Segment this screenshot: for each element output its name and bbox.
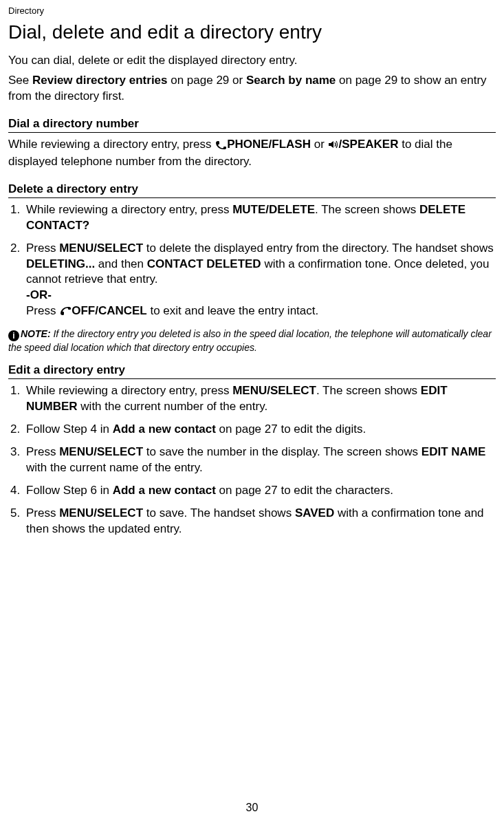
breadcrumb: Directory — [8, 6, 496, 16]
delete-li2-a: Press — [26, 242, 59, 255]
cancel-label: /CANCEL — [95, 304, 147, 317]
edit-heading: Edit a directory entry — [8, 363, 496, 379]
edit-li4-a: Follow Step 6 in — [26, 484, 113, 497]
edit-list: While reviewing a directory entry, press… — [8, 383, 496, 537]
page-number: 30 — [0, 802, 504, 814]
edit-li3-a: Press — [26, 445, 59, 458]
delete-list: While reviewing a directory entry, press… — [8, 202, 496, 321]
intro-text: You can dial, delete or edit the display… — [8, 53, 496, 69]
edit-li3-b: to save the number in the display. The s… — [143, 445, 421, 458]
edit-li4-c: on page 27 to edit the characters. — [216, 484, 393, 497]
note-block: iNOTE: If the directory entry you delete… — [8, 328, 496, 354]
off-icon — [59, 305, 72, 321]
edit-li1-b: . The screen shows — [316, 384, 421, 397]
phone-label: PHONE/ — [227, 138, 272, 151]
list-item: While reviewing a directory entry, press… — [23, 202, 496, 234]
edit-li5-a: Press — [26, 506, 59, 519]
add-contact-link: Add a new contact — [113, 484, 216, 497]
off-label: OFF — [72, 304, 95, 317]
flash-label: FLASH — [272, 138, 311, 151]
delete-li1-a: While reviewing a directory entry, press — [26, 203, 232, 216]
edit-li1-a: While reviewing a directory entry, press — [26, 384, 232, 397]
list-item: Follow Step 4 in Add a new contact on pa… — [23, 422, 496, 438]
speaker-icon — [328, 138, 339, 154]
edit-li2-c: on page 27 to edit the digits. — [216, 422, 366, 436]
edit-name-label: EDIT NAME — [421, 445, 486, 458]
saved-label: SAVED — [295, 506, 334, 519]
edit-li5-b: to save. The handset shows — [143, 506, 295, 519]
note-text: If the directory entry you deleted is al… — [8, 328, 492, 353]
delete-li2-d: and then — [95, 257, 147, 270]
delete-heading: Delete a directory entry — [8, 182, 496, 198]
note-label: NOTE: — [21, 328, 51, 339]
delete-li2-b: to delete the displayed entry from the d… — [143, 242, 494, 255]
dial-heading: Dial a directory number — [8, 117, 496, 133]
delete-label: /DELETE — [265, 203, 315, 216]
list-item: Press MENU/SELECT to delete the displaye… — [23, 241, 496, 321]
or-label: -OR- — [26, 288, 52, 301]
add-contact-link: Add a new contact — [113, 422, 216, 436]
dial-text-a: While reviewing a directory entry, press — [8, 138, 215, 151]
phone-icon — [215, 138, 227, 154]
list-item: While reviewing a directory entry, press… — [23, 383, 496, 415]
dial-text-or: or — [311, 138, 328, 151]
see-link-review: Review directory entries — [32, 74, 168, 87]
delete-li2-h: to exit and leave the entry intact. — [147, 304, 318, 317]
see-prefix: See — [8, 74, 32, 87]
deleting-label: DELETING... — [26, 257, 95, 270]
select-label: /SELECT — [94, 506, 143, 519]
page-title: Dial, delete and edit a directory entry — [8, 21, 496, 43]
contact-deleted-label: CONTACT DELETED — [147, 257, 261, 270]
select-label: /SELECT — [94, 242, 143, 255]
list-item: Press MENU/SELECT to save the number in … — [23, 444, 496, 476]
menu-label: MENU — [232, 384, 267, 397]
list-item: Follow Step 6 in Add a new contact on pa… — [23, 483, 496, 499]
select-label: /SELECT — [94, 445, 143, 458]
edit-li2-a: Follow Step 4 in — [26, 422, 113, 436]
edit-li3-d: with the current name of the entry. — [26, 461, 203, 474]
see-reference: See Review directory entries on page 29 … — [8, 73, 496, 105]
info-icon: i — [8, 330, 19, 341]
see-link-search: Search by name — [246, 74, 336, 87]
menu-label: MENU — [59, 445, 94, 458]
delete-li1-b: . The screen shows — [315, 203, 419, 216]
menu-label: MENU — [59, 242, 94, 255]
list-item: Press MENU/SELECT to save. The handset s… — [23, 506, 496, 537]
dial-body: While reviewing a directory entry, press… — [8, 137, 496, 170]
edit-li1-d: with the current number of the entry. — [78, 400, 268, 413]
see-mid: on page 29 or — [168, 74, 246, 87]
mute-label: MUTE — [232, 203, 265, 216]
menu-label: MENU — [59, 506, 94, 519]
delete-li2-g: Press — [26, 304, 59, 317]
speaker-label: /SPEAKER — [339, 138, 399, 151]
select-label: /SELECT — [267, 384, 316, 397]
